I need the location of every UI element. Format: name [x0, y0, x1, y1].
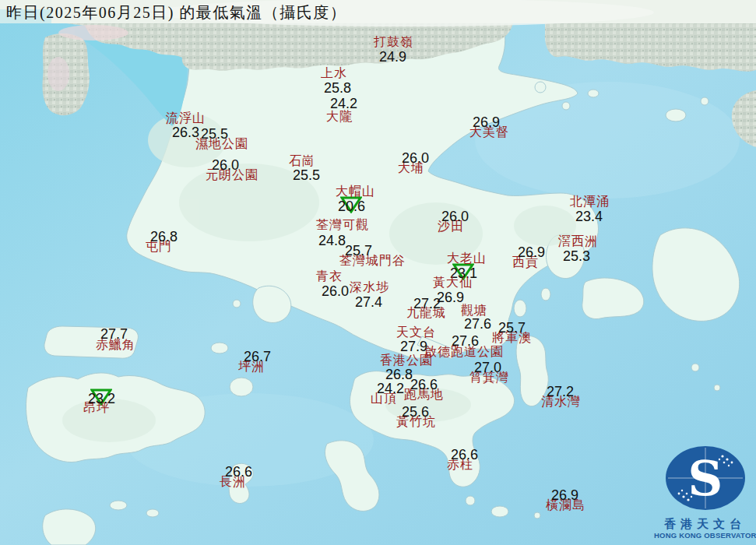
station-temp: 26.0 [212, 158, 239, 172]
station-name: 北潭涌 [570, 195, 610, 208]
station-temp: 25.7 [498, 321, 526, 335]
station-temp: 26.9 [551, 488, 578, 502]
hko-logo-icon: S [662, 444, 749, 512]
station-temp: 24.8 [318, 234, 346, 248]
station-temp: 26.9 [473, 115, 500, 129]
station-name: 天文台 [396, 326, 436, 339]
station-temp: 20.6 [338, 199, 365, 213]
station-temp: 27.2 [413, 297, 441, 311]
station-name: 石崗 [289, 155, 315, 167]
station-temp: 27.2 [547, 385, 574, 399]
station-name: 流浮山 [166, 112, 206, 125]
station-temp: 27.6 [452, 334, 479, 348]
station-temp: 26.8 [150, 230, 178, 244]
svg-text:S: S [687, 450, 723, 507]
station-temp: 26.6 [410, 378, 438, 392]
hko-logo-name-en: HONG KONG OBSERVATORY [654, 531, 756, 540]
station-name: 打鼓嶺 [374, 36, 413, 48]
station-temp: 25.3 [563, 249, 590, 263]
station-temp: 26.8 [385, 367, 413, 382]
hko-logo-name-zh: 香港天文台 [654, 517, 756, 531]
station-temp: 27.7 [100, 327, 128, 341]
station-temp: 27.6 [464, 317, 491, 331]
station-temp: 26.6 [451, 448, 478, 462]
station-temp: 25.6 [402, 405, 429, 419]
stations-layer: 打鼓嶺24.9上水25.8大隴24.2流浮山26.3濕地公園25.5元朗公園26… [0, 0, 756, 545]
station-temp: 25.5 [293, 168, 320, 182]
station-name: 大隴 [326, 111, 353, 123]
station-temp: 26.9 [518, 245, 545, 259]
station-temp: 27.9 [400, 339, 427, 353]
station-name: 荃灣可觀 [316, 219, 369, 231]
station-temp: 24.2 [330, 97, 357, 111]
station-name: 香港公園 [380, 354, 433, 367]
station-temp: 26.9 [437, 290, 464, 304]
station-temp: 24.2 [377, 382, 404, 396]
station-name: 滘西洲 [558, 235, 598, 248]
station-temp: 26.0 [322, 284, 349, 298]
station-name: 青衣 [316, 270, 343, 283]
station-temp: 25.7 [345, 244, 372, 258]
station-temp: 25.5 [201, 127, 228, 141]
station-temp: 27.4 [355, 295, 382, 309]
station-name: 觀塘 [461, 304, 487, 317]
station-temp: 23.4 [575, 209, 603, 223]
station-temp: 24.9 [379, 50, 406, 64]
station-temp: 26.0 [402, 151, 429, 165]
station-temp: 25.8 [324, 81, 351, 95]
station-name: 深水埗 [350, 281, 389, 294]
station-name: 大老山 [447, 252, 487, 265]
station-temp: 26.0 [441, 209, 469, 223]
station-temp: 23.2 [88, 392, 115, 406]
station-name: 上水 [321, 67, 347, 79]
hko-logo: S 香港天文台 HONG KONG OBSERVATORY [654, 444, 756, 540]
station-name: 黃大仙 [433, 276, 473, 289]
station-temp: 27.0 [474, 360, 501, 374]
station-name: 大帽山 [336, 185, 375, 198]
station-temp: 26.7 [244, 350, 271, 364]
station-temp: 26.6 [225, 465, 252, 479]
